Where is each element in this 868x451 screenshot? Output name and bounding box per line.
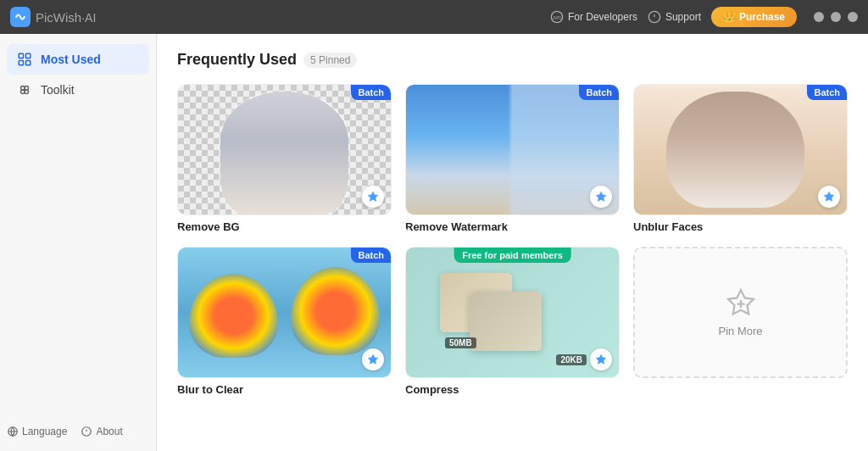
logo-icon: [10, 7, 31, 27]
star-remove-bg[interactable]: [362, 186, 384, 208]
sidebar-nav: Most Used Toolkit: [0, 34, 156, 115]
remove-watermark-image: Batch: [405, 84, 620, 215]
sidebar-item-toolkit[interactable]: Toolkit: [7, 75, 149, 105]
window-controls: − □ ×: [814, 12, 858, 22]
content-area: Frequently Used 5 Pinned Batch Remove BG…: [157, 34, 868, 451]
batch-badge-blur-clear: Batch: [351, 248, 391, 263]
tool-card-pin-more[interactable]: Pin More: [633, 247, 848, 396]
blur-clear-image: Batch: [177, 247, 392, 378]
minimize-button[interactable]: −: [814, 12, 824, 22]
tool-card-blur-clear[interactable]: Batch Blur to Clear: [177, 247, 392, 396]
svg-rect-5: [19, 61, 23, 65]
svg-rect-6: [26, 61, 31, 65]
compress-size-original: 50MB: [445, 337, 476, 348]
watermark-label: Remove Watermark: [405, 220, 620, 233]
batch-badge-unblur: Batch: [807, 85, 847, 100]
for-developers-button[interactable]: API For Developers: [550, 10, 637, 24]
compress-image: Free for paid members 50MB 20KB: [405, 247, 620, 378]
language-button[interactable]: Language: [7, 426, 67, 437]
about-button[interactable]: About: [81, 426, 122, 437]
close-button[interactable]: ×: [848, 12, 858, 22]
pinned-badge: 5 Pinned: [303, 53, 357, 68]
blur-clear-visual: [178, 248, 391, 377]
sidebar: Most Used Toolkit Language About: [0, 34, 157, 451]
svg-rect-4: [26, 53, 31, 58]
compress-size-compressed: 20KB: [556, 354, 587, 365]
svg-point-10: [25, 90, 29, 94]
content-header: Frequently Used 5 Pinned: [177, 51, 848, 69]
tool-card-remove-bg[interactable]: Batch Remove BG: [177, 84, 392, 233]
most-used-icon: [17, 52, 32, 67]
maximize-button[interactable]: □: [831, 12, 841, 22]
tool-card-remove-watermark[interactable]: Batch Remove Watermark: [405, 84, 620, 233]
svg-rect-3: [19, 53, 23, 58]
remove-bg-label: Remove BG: [177, 220, 392, 233]
remove-bg-image: Batch: [177, 84, 392, 215]
tool-card-unblur[interactable]: Batch Unblur Faces: [633, 84, 848, 233]
sidebar-footer: Language About: [0, 415, 156, 451]
star-watermark[interactable]: [590, 186, 612, 208]
app-body: Most Used Toolkit Language About Freq: [0, 34, 868, 451]
content-title: Frequently Used: [177, 51, 297, 69]
about-icon: [81, 426, 92, 437]
batch-badge-remove-bg: Batch: [351, 85, 391, 100]
pin-more-area[interactable]: Pin More: [633, 247, 848, 378]
batch-badge-watermark: Batch: [579, 85, 619, 100]
star-unblur[interactable]: [818, 186, 840, 208]
titlebar: PicWish·AI API For Developers Support 👑 …: [0, 0, 868, 34]
unblur-image: Batch: [633, 84, 848, 215]
svg-text:API: API: [553, 15, 561, 20]
tool-card-compress[interactable]: Free for paid members 50MB 20KB: [405, 247, 620, 396]
sidebar-item-most-used[interactable]: Most Used: [7, 44, 149, 75]
app-logo: PicWish·AI: [10, 7, 96, 27]
unblur-label: Unblur Faces: [633, 220, 848, 233]
titlebar-actions: API For Developers Support 👑 Purchase − …: [550, 7, 858, 27]
unblur-visual: [634, 85, 847, 214]
logo-text: PicWish·AI: [36, 10, 96, 25]
toolkit-icon: [17, 82, 32, 97]
sidebar-item-most-used-label: Most Used: [41, 53, 101, 66]
compress-label: Compress: [405, 383, 620, 396]
tools-grid: Batch Remove BG Batch Remove Wate: [177, 84, 848, 396]
pin-more-label: Pin More: [718, 325, 762, 337]
sidebar-item-toolkit-label: Toolkit: [41, 83, 75, 97]
star-compress[interactable]: [590, 348, 612, 370]
watermark-visual: [406, 85, 619, 214]
remove-bg-visual: [178, 85, 391, 214]
language-icon: [7, 426, 19, 437]
blur-clear-label: Blur to Clear: [177, 383, 392, 396]
support-button[interactable]: Support: [648, 10, 701, 24]
pin-more-icon: [726, 287, 756, 318]
star-blur-clear[interactable]: [362, 348, 384, 370]
purchase-button[interactable]: 👑 Purchase: [711, 7, 797, 27]
free-badge-compress: Free for paid members: [453, 248, 571, 263]
